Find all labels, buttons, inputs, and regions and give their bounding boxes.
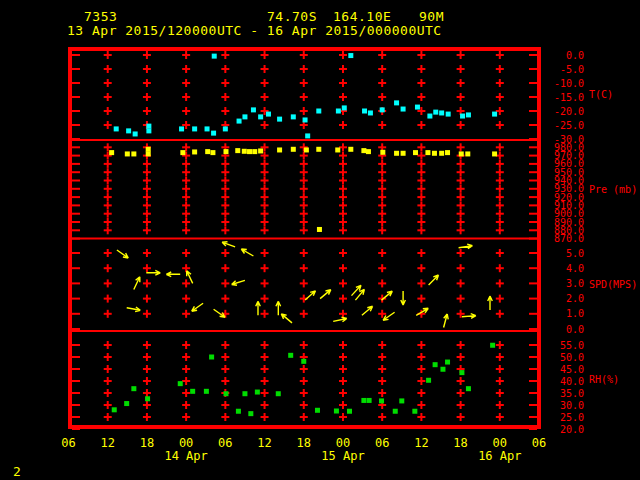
wind-arrow [488,296,493,310]
x-date-label: 15 Apr [321,449,364,463]
pressure-point [317,227,322,232]
x-date-label: 14 Apr [164,449,207,463]
pressure-point [492,151,497,156]
pressure-point [465,151,470,156]
y-tick-label: -25.0 [554,120,584,131]
x-date-label: 16 Apr [478,449,521,463]
panel-label: T(C) [589,89,613,100]
y-tick-label: 5.0 [566,248,584,259]
pressure-point [210,150,215,155]
y-tick-label: 2.0 [566,293,584,304]
pressure-point [223,149,228,154]
y-tick-label: -10.0 [554,78,584,89]
temp-point [433,110,438,115]
rh-point [440,367,445,372]
wind-arrow [362,306,373,315]
temp-point [466,112,471,117]
temp-point [179,126,184,131]
temp-point [460,114,465,119]
pressure-point [205,149,210,154]
y-tick-label: 0.0 [566,50,584,61]
y-tick-label: 3.0 [566,278,584,289]
rh-point [466,386,471,391]
y-tick-label: 45.0 [560,364,584,375]
y-tick-label: -15.0 [554,92,584,103]
x-hour-label: 12 [414,436,428,450]
y-tick-label: 35.0 [560,388,584,399]
temp-point [211,131,216,136]
rh-point [223,391,228,396]
rh-point [255,390,260,395]
y-tick-label: 870.0 [554,233,584,244]
rh-point [367,398,372,403]
wind-arrow [241,249,253,256]
wind-arrow [333,317,347,322]
x-hour-label: 18 [297,436,311,450]
y-tick-label: 1.0 [566,308,584,319]
wind-arrow [134,277,140,290]
temp-point [362,109,367,114]
wind-arrow [459,244,473,249]
temp-point [126,128,131,133]
pressure-point [361,148,366,153]
rh-point [145,396,150,401]
x-hour-label: 18 [453,436,467,450]
rh-point [445,360,450,365]
wind-arrow [401,291,406,305]
y-tick-label: -5.0 [560,64,584,75]
pressure-point [235,148,240,153]
temp-point [305,133,310,138]
temp-point [401,107,406,112]
x-hour-label: 00 [493,436,507,450]
temp-point [316,109,321,114]
rh-point [426,378,431,383]
rh-point [347,409,352,414]
temp-point [146,128,151,133]
rh-point [334,409,339,414]
panel-label: SPD(MPS) [589,279,637,290]
wind-arrow [127,307,141,312]
rh-point [276,391,281,396]
wind-arrow [232,280,245,285]
rh-point [236,409,241,414]
temp-point [251,107,256,112]
rh-point [209,355,214,360]
pressure-point [366,149,371,154]
temp-point [223,126,228,131]
pressure-point [425,150,430,155]
rh-point [242,391,247,396]
wind-arrow [256,301,261,315]
page-number: 2 [13,464,21,479]
temp-point [192,126,197,131]
temp-point [380,107,385,112]
pressure-point [335,147,340,152]
pressure-point [252,149,257,154]
y-tick-label: 25.0 [560,412,584,423]
rh-point [190,389,195,394]
temp-point [439,110,444,115]
pressure-point [146,147,151,152]
temp-point [146,124,151,129]
temp-point [258,114,263,119]
x-hour-label: 06 [61,436,75,450]
rh-point [393,409,398,414]
rh-point [490,343,495,348]
x-hour-label: 06 [375,436,389,450]
pressure-point [247,149,252,154]
pressure-point [432,151,437,156]
pressure-point [125,151,130,156]
wind-arrow [276,301,281,315]
temp-point [205,126,210,131]
pressure-point [277,147,282,152]
temp-point [342,105,347,110]
wind-arrow [281,314,292,323]
rh-point [399,398,404,403]
wind-arrow [146,270,160,275]
pressure-point [192,149,197,154]
pressure-point [304,147,309,152]
rh-point [288,353,293,358]
pressure-point [146,151,151,156]
temp-point [446,112,451,117]
wind-arrow [187,271,193,284]
y-tick-label: 40.0 [560,376,584,387]
